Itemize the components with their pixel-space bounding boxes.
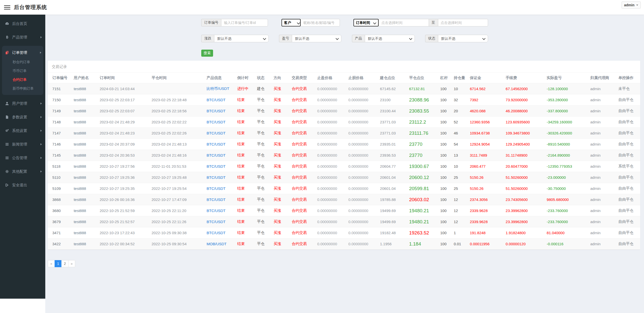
cell-open-point: 19499.69 [378, 216, 407, 227]
cell-countdown: 结束 [235, 150, 255, 161]
cell-open-point: 23936.53 [378, 150, 407, 161]
time-type-select[interactable]: 订单时间 [353, 19, 379, 26]
cell-product[interactable]: BTC/USDT [205, 128, 235, 139]
cell-product[interactable]: BTC/USDT [205, 216, 235, 227]
cell-product[interactable]: BTC/USDT [205, 139, 235, 150]
caret-right-icon [41, 170, 42, 172]
cell-status: 平仓 [255, 161, 271, 172]
profit-loss-select[interactable]: 默认不选 [292, 35, 341, 42]
pagination-page-2[interactable]: 2 [61, 260, 68, 267]
sidebar-subitem-coin[interactable]: 币币订单 [2, 66, 43, 75]
caret-right-icon [41, 102, 42, 105]
column-header-margin: 保证金 [468, 73, 504, 83]
cell-username: test888 [72, 128, 98, 139]
time-to-input[interactable] [438, 19, 488, 26]
sidebar-item-logout[interactable]: 安全退出 [0, 180, 45, 190]
cell-countdown: 结束 [235, 106, 255, 117]
order-no-input[interactable] [221, 19, 268, 26]
cell-status: 平仓 [255, 128, 271, 139]
sidebar-item-orders[interactable]: 订单管理 [2, 48, 43, 58]
sidebar-subitem-contract[interactable]: 合约订单 [2, 75, 43, 84]
cell-pl: -337.800000 [545, 106, 588, 117]
cell-product[interactable]: BTC/USDT [205, 194, 235, 205]
status-select[interactable]: 默认不选 [438, 35, 488, 42]
dashboard-icon [5, 22, 9, 26]
column-header-direction: 方向 [272, 73, 290, 83]
sidebar-item-news[interactable]: 新闻管理 [0, 139, 45, 149]
caret-right-icon [41, 143, 42, 145]
sidebar-item-home[interactable]: 后台首页 [0, 19, 45, 29]
pagination-next[interactable]: » [68, 260, 75, 267]
sidebar-item-notice[interactable]: 公告管理 [0, 153, 45, 163]
sidebar-item-users[interactable]: 用户管理 [0, 98, 45, 109]
cell-close-time: 2023-02-25 22:02:22 [150, 117, 205, 128]
cell-agent: admin [588, 139, 616, 150]
cell-order-id: 7145 [48, 150, 72, 161]
cell-leverage: 100 [438, 194, 452, 205]
card-title: 交易记录 [48, 61, 640, 73]
cell-operation: 自由平仓 [616, 194, 640, 205]
column-header-tp-price: 止盈价格 [315, 73, 346, 83]
caret-right-icon [41, 36, 42, 38]
cell-open-point: 20604.77 [378, 161, 407, 172]
cell-margin: 2374.3056 [468, 194, 504, 205]
cell-margin: 3111.7489 [468, 150, 504, 161]
cell-product[interactable]: BTC/USDT [205, 94, 235, 106]
sidebar-subitem-second-contract[interactable]: 秒合约订单 [2, 58, 43, 66]
cell-fee: 31.11748900 [504, 150, 545, 161]
pagination-prev[interactable]: « [48, 260, 55, 267]
cell-trade-type: 合约交易 [290, 194, 315, 205]
cell-fee: 23.74305600 [504, 194, 545, 205]
cell-order-id: 5110 [48, 172, 72, 183]
cell-trade-type: 合约交易 [290, 227, 315, 238]
rise-fall-select[interactable]: 默认不选 [214, 35, 269, 42]
cell-sl-price: 0.00000000 [346, 106, 378, 117]
sidebar-subitem-new-coin[interactable]: 新币申购订单 [2, 84, 43, 93]
customer-input[interactable] [301, 19, 340, 26]
rise-fall-filter: 涨跌 默认不选 [201, 35, 269, 42]
user-menu-button[interactable]: admin [622, 2, 641, 9]
cell-product[interactable]: MOB/USDT [205, 238, 235, 250]
cell-operation: 自由平仓 [616, 205, 640, 216]
cell-product[interactable]: BTC/USDT [205, 172, 235, 183]
cell-close-time: 2022-10-25 09:30:38 [150, 227, 205, 238]
column-header-order-id: 订单编号 [48, 73, 72, 83]
cell-direction: 买涨 [272, 83, 290, 94]
sidebar-item-other[interactable]: 其他配置 [0, 166, 45, 177]
search-button[interactable]: 搜索 [201, 50, 213, 57]
product-select[interactable]: 默认不选 [365, 35, 415, 42]
sidebar-item-system[interactable]: 系统设置 [0, 126, 45, 136]
cell-close-time: 2022-10-27 19:25:54 [150, 183, 205, 194]
time-from-input[interactable] [379, 19, 429, 26]
table-row: 3471test8882022-10-23 17:22:432022-10-25… [48, 227, 640, 238]
cell-order-id: 7150 [48, 94, 72, 106]
cell-product[interactable]: BTC/USDT [205, 161, 235, 172]
sidebar-item-label: 后台首页 [12, 21, 27, 26]
cell-product[interactable]: BTC/USDT [205, 106, 235, 117]
column-header-agent: 归属代理商 [588, 73, 616, 83]
list-icon [5, 142, 9, 147]
menu-toggle-icon[interactable] [4, 4, 10, 11]
pagination-page-1[interactable]: 1 [55, 260, 62, 267]
cell-product[interactable]: BTC/USDT [205, 150, 235, 161]
cell-close-point: 23770 [407, 150, 438, 161]
product-label: 产品 [352, 35, 365, 42]
sidebar-item-products[interactable]: 产品管理 [0, 32, 45, 42]
cell-product[interactable]: BTC/USDT [205, 183, 235, 194]
cell-product[interactable]: BTC/USDT [205, 117, 235, 128]
sidebar-item-params[interactable]: 参数设置 [0, 112, 45, 122]
cell-margin: 12924.9054 [468, 139, 504, 150]
customer-type-select[interactable]: 客户 [281, 19, 301, 26]
cell-close-point: 20603.02 [407, 194, 438, 205]
cell-agent: admin [588, 94, 616, 106]
cell-tp-price: 0.00000000 [315, 128, 346, 139]
cell-product[interactable]: BTC/USDT [205, 205, 235, 216]
cell-product[interactable]: 比特币/USDT [205, 83, 235, 94]
sidebar-item-label: 订单管理 [12, 50, 27, 55]
cell-order-time: 2022-10-27 19:25:36 [98, 172, 149, 183]
cell-product[interactable]: BTC/USDT [205, 227, 235, 238]
cell-trade-type: 合约交易 [290, 216, 315, 227]
cell-close-point: 19480.21 [407, 205, 438, 216]
cell-amount: 25 [452, 183, 468, 194]
cell-status: 平仓 [255, 183, 271, 194]
